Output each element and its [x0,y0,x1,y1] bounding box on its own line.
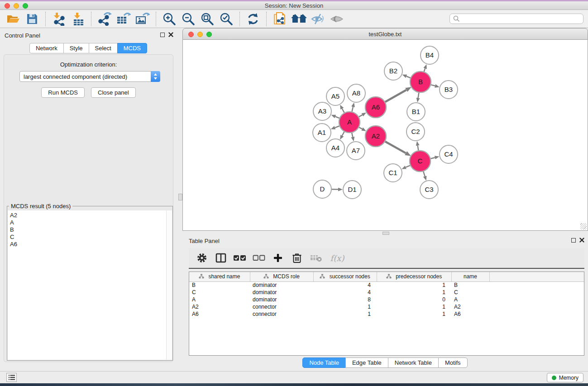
edge-C-C3[interactable] [423,172,425,176]
mcds-result-item[interactable]: A6 [8,241,172,248]
show-columns-icon[interactable] [212,250,229,266]
edge-B-B2[interactable] [406,76,411,78]
graph-node-A5[interactable]: A5 [326,87,344,105]
zoom-in-icon[interactable] [160,11,179,27]
graph-node-A8[interactable]: A8 [347,84,365,102]
column-header-MCDS-role[interactable]: MCDS role [250,272,313,281]
export-network-icon[interactable] [95,11,114,27]
mcds-result-item[interactable]: A [8,219,172,226]
tab-motifs[interactable]: Motifs [438,357,468,368]
deselect-all-columns-icon[interactable] [250,250,268,266]
column-header-name[interactable]: name [451,272,489,281]
tab-node-table[interactable]: Node Table [302,357,346,368]
select-all-columns-icon[interactable] [231,250,249,266]
import-network-icon[interactable] [49,11,68,27]
graph-node-D1[interactable]: D1 [343,181,361,199]
graph-node-A1[interactable]: A1 [313,124,331,142]
table-row[interactable]: Bdominator41B [189,281,584,289]
close-table-panel-icon[interactable] [579,238,584,243]
column-header-predecessor-nodes[interactable]: predecessor nodes [377,272,451,281]
graph-node-B4[interactable]: B4 [421,46,439,64]
run-mcds-button[interactable]: Run MCDS [41,87,85,98]
open-file-icon[interactable] [4,11,23,27]
graph-node-B[interactable]: B [410,71,431,92]
export-table-icon[interactable] [114,11,133,27]
column-header-shared-name[interactable]: shared name [189,272,250,281]
graph-node-B2[interactable]: B2 [384,62,402,80]
mcds-result-item[interactable]: C [8,234,172,241]
table-mode-gear-icon[interactable] [193,250,210,266]
graph-node-D[interactable]: D [313,180,331,198]
import-table-icon[interactable] [68,11,87,27]
edge-A-A8[interactable] [352,107,353,111]
table-row[interactable]: Adominator80A [189,296,584,303]
graph-node-A7[interactable]: A7 [347,142,365,160]
search-input[interactable] [460,16,580,22]
network-graph[interactable]: AA1A2A3A4A5A6A7A8BB1B2B3B4CC1C2C3C4DD1 [183,40,588,230]
edge-C-C1[interactable] [406,166,410,167]
tab-select[interactable]: Select [89,43,118,53]
edge-A-A4[interactable] [342,132,344,136]
graph-node-C[interactable]: C [410,151,430,172]
network-canvas[interactable]: AA1A2A3A4A5A6A7A8BB1B2B3B4CC1C2C3C4DD1 [182,40,588,231]
float-table-panel-icon[interactable] [571,238,576,243]
edge-A-A7[interactable] [352,133,353,137]
graph-node-C2[interactable]: C2 [406,123,425,141]
edge-C-C4[interactable] [430,157,435,158]
graph-node-A4[interactable]: A4 [326,139,344,157]
mcds-result-item[interactable]: A2 [8,212,172,219]
criterion-dropdown[interactable]: largest connected component (directed) [19,71,160,82]
resize-grip-icon[interactable] [580,223,587,229]
graph-node-B3[interactable]: B3 [440,81,458,99]
table-row[interactable]: A2connector11A2 [189,303,584,310]
vertical-split-handle[interactable] [178,194,182,200]
show-panels-eye-icon[interactable] [327,11,346,27]
search-field[interactable] [449,14,583,24]
edge-B-B1[interactable] [418,93,419,98]
new-network-file-icon[interactable] [270,11,289,27]
hide-panels-eye-slash-icon[interactable] [308,11,327,27]
edge-A2-C[interactable] [385,142,406,153]
tab-network-table[interactable]: Network Table [388,357,439,368]
create-column-plus-icon[interactable] [269,250,287,266]
graph-node-C4[interactable]: C4 [440,145,458,163]
zoom-selected-icon[interactable] [217,11,236,27]
edge-A-A2[interactable] [359,127,362,129]
edge-A-A1[interactable] [335,126,339,128]
tab-network[interactable]: Network [29,43,64,53]
graph-node-A6[interactable]: A6 [365,97,386,118]
graph-node-C3[interactable]: C3 [420,181,438,199]
session-titlebar[interactable]: Session: New Session [0,1,588,10]
scrollbar-track[interactable] [166,210,172,360]
edge-A-A6[interactable] [359,115,363,117]
task-history-button[interactable] [6,373,17,382]
table-row[interactable]: Cdominator41C [189,289,584,296]
table-row[interactable]: A6connector11A6 [189,310,584,318]
tab-edge-table[interactable]: Edge Table [345,357,388,368]
export-image-icon[interactable] [133,11,152,27]
edge-A6-B[interactable] [385,90,406,102]
network-window-titlebar[interactable]: testGlobe.txt [182,28,588,40]
tab-style[interactable]: Style [63,43,89,53]
graph-node-B1[interactable]: B1 [407,103,425,121]
memory-button[interactable]: Memory [547,373,583,382]
close-panel-button[interactable]: Close panel [91,87,136,98]
refresh-layout-icon[interactable] [244,11,263,27]
edge-B-B3[interactable] [431,85,435,86]
home-icon[interactable] [289,11,308,27]
tab-mcds[interactable]: MCDS [117,43,147,53]
float-panel-icon[interactable] [160,33,165,37]
graph-node-A3[interactable]: A3 [313,102,331,120]
edge-C-C2[interactable] [418,146,419,151]
mcds-result-list[interactable]: A2ABCA6 [8,210,172,360]
edge-A-A5[interactable] [342,109,344,113]
graph-node-A[interactable]: A [339,112,360,133]
mcds-result-item[interactable]: B [8,226,172,234]
close-panel-icon[interactable] [168,32,173,37]
edge-A-A3[interactable] [335,117,339,119]
column-header-successor-nodes[interactable]: successor nodes [313,272,377,281]
edge-B-B4[interactable] [424,68,425,71]
graph-node-A2[interactable]: A2 [365,126,386,147]
zoom-out-icon[interactable] [179,11,198,27]
save-session-icon[interactable] [23,11,42,27]
